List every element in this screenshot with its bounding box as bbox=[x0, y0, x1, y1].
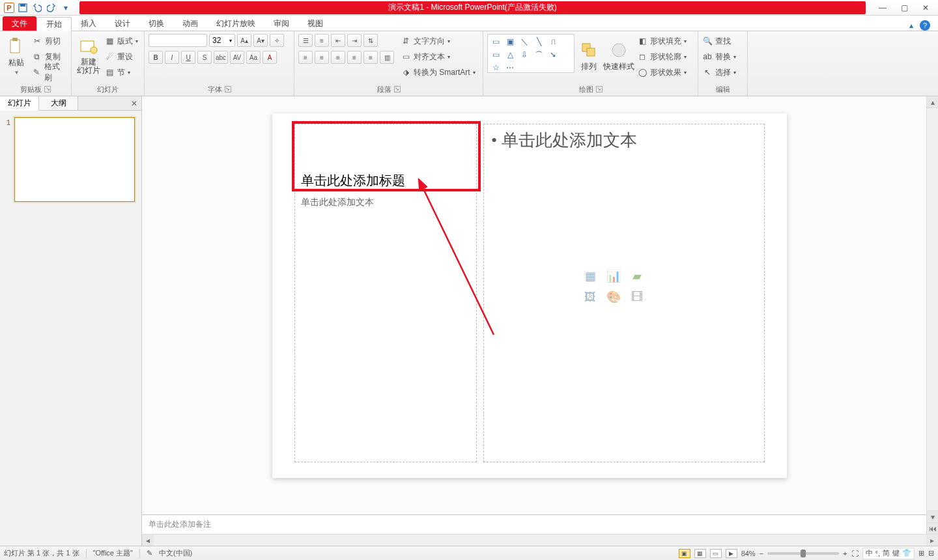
undo-icon[interactable] bbox=[31, 2, 43, 14]
tab-transitions[interactable]: 切换 bbox=[139, 16, 173, 31]
bullets-button[interactable]: ☰ bbox=[298, 34, 313, 47]
distribute-button[interactable]: ≡ bbox=[363, 51, 378, 64]
help-icon[interactable]: ? bbox=[920, 20, 930, 31]
content-placeholder-text[interactable]: • 单击此处添加文本 bbox=[491, 129, 637, 152]
qat-customize-icon[interactable]: ▾ bbox=[60, 2, 72, 14]
zoom-level[interactable]: 84% bbox=[741, 550, 756, 557]
dec-indent-button[interactable]: ⇤ bbox=[331, 34, 345, 47]
reading-view-button[interactable]: ▭ bbox=[710, 549, 722, 558]
align-center-button[interactable]: ≡ bbox=[315, 51, 329, 64]
ime-expand-button[interactable]: ⊞ bbox=[918, 549, 924, 557]
sorter-view-button[interactable]: ▦ bbox=[694, 549, 706, 558]
fit-window-button[interactable]: ⛶ bbox=[851, 550, 859, 557]
file-tab[interactable]: 文件 bbox=[3, 16, 36, 31]
bold-button[interactable]: B bbox=[149, 51, 163, 64]
title-placeholder-text[interactable]: 单击此处添加标题 bbox=[301, 172, 405, 189]
justify-button[interactable]: ≡ bbox=[347, 51, 362, 64]
app-icon: P bbox=[4, 3, 14, 13]
tab-animations[interactable]: 动画 bbox=[173, 16, 207, 31]
section-button[interactable]: ▤节▾ bbox=[104, 65, 138, 79]
redo-icon[interactable] bbox=[46, 2, 57, 14]
underline-button[interactable]: U bbox=[181, 51, 195, 64]
slide-canvas[interactable]: 单击此处添加标题 单击此处添加文本 • 单击此处添加文本 ▦ 📊 ▰ 🖼 🎨 🎞 bbox=[272, 113, 787, 478]
font-launcher[interactable]: ↘ bbox=[225, 86, 231, 92]
shape-fill-button[interactable]: ◧形状填充▾ bbox=[637, 34, 687, 48]
tab-review[interactable]: 审阅 bbox=[264, 16, 298, 31]
insert-table-icon[interactable]: ▦ bbox=[581, 268, 599, 284]
font-family-combo[interactable] bbox=[149, 34, 207, 47]
scroll-left-button[interactable]: ◂ bbox=[142, 535, 154, 546]
format-painter-button[interactable]: ✎格式刷 bbox=[32, 65, 67, 79]
zoom-out-button[interactable]: − bbox=[760, 550, 763, 557]
save-icon[interactable] bbox=[17, 2, 29, 14]
replace-button[interactable]: ab替换▾ bbox=[702, 49, 736, 64]
shape-effects-button[interactable]: ◯形状效果▾ bbox=[637, 65, 687, 79]
columns-button[interactable]: ▥ bbox=[380, 51, 394, 64]
paste-button[interactable]: 粘贴 ▼ bbox=[4, 34, 29, 78]
grow-font-button[interactable]: A▴ bbox=[237, 34, 251, 47]
font-size-combo[interactable]: 32▾ bbox=[209, 34, 235, 47]
minimize-ribbon-icon[interactable]: ▴ bbox=[909, 21, 913, 30]
inc-indent-button[interactable]: ⇥ bbox=[347, 34, 362, 47]
slide-thumbnail-1[interactable]: 1 bbox=[7, 117, 135, 202]
find-button[interactable]: 🔍查找 bbox=[702, 34, 736, 48]
outline-tab[interactable]: 大纲 bbox=[39, 96, 78, 110]
reset-button[interactable]: ☄重设 bbox=[104, 49, 138, 64]
notes-pane[interactable]: 单击此处添加备注 bbox=[142, 514, 926, 534]
ime-indicator[interactable]: 中 °, 简 键 👕 bbox=[862, 548, 915, 559]
slides-tab[interactable]: 幻灯片 bbox=[0, 96, 39, 111]
clipboard-launcher[interactable]: ↘ bbox=[44, 86, 51, 92]
scroll-up-button[interactable]: ▴ bbox=[927, 96, 938, 108]
text-direction-button[interactable]: ⇵文字方向▾ bbox=[401, 34, 476, 48]
subtitle-placeholder-text[interactable]: 单击此处添加文本 bbox=[301, 197, 374, 208]
maximize-button[interactable]: ▢ bbox=[901, 3, 908, 12]
insert-media-icon[interactable]: 🎞 bbox=[628, 289, 646, 305]
line-spacing-button[interactable]: ⇅ bbox=[363, 34, 378, 47]
change-case-button[interactable]: Aa bbox=[246, 51, 261, 64]
language-indicator[interactable]: 中文(中国) bbox=[159, 548, 192, 558]
tab-home[interactable]: 开始 bbox=[36, 17, 72, 31]
new-slide-button[interactable]: 新建 幻灯片 bbox=[76, 34, 102, 78]
insert-clipart-icon[interactable]: 🎨 bbox=[604, 289, 623, 305]
tab-slideshow[interactable]: 幻灯片放映 bbox=[207, 16, 264, 31]
pane-close-button[interactable]: ✕ bbox=[127, 96, 141, 110]
char-spacing-button[interactable]: AV bbox=[230, 51, 244, 64]
ime-pin-button[interactable]: ⊟ bbox=[928, 549, 934, 557]
drawing-launcher[interactable]: ↘ bbox=[596, 86, 603, 92]
quick-styles-button[interactable]: 快速样式 bbox=[603, 34, 634, 78]
strike-button[interactable]: abc bbox=[214, 51, 228, 64]
vertical-scrollbar[interactable]: ▴ ▾ ⏮ ⏭ bbox=[926, 96, 938, 546]
zoom-in-button[interactable]: + bbox=[843, 550, 847, 557]
align-left-button[interactable]: ≡ bbox=[298, 51, 313, 64]
arrange-button[interactable]: 排列 bbox=[577, 34, 601, 78]
minimize-button[interactable]: — bbox=[879, 3, 887, 12]
numbering-button[interactable]: ≡ bbox=[315, 34, 329, 47]
tab-insert[interactable]: 插入 bbox=[72, 16, 106, 31]
cut-button[interactable]: ✂剪切 bbox=[32, 34, 67, 48]
font-color-button[interactable]: A bbox=[263, 51, 277, 64]
zoom-slider[interactable] bbox=[767, 552, 839, 555]
spellcheck-icon[interactable]: ✎ bbox=[147, 549, 152, 557]
tab-design[interactable]: 设计 bbox=[106, 16, 139, 31]
tab-view[interactable]: 视图 bbox=[298, 16, 332, 31]
horizontal-scrollbar[interactable]: ◂ ▸ bbox=[142, 534, 938, 546]
shape-outline-button[interactable]: ◻形状轮廓▾ bbox=[637, 49, 687, 64]
paragraph-launcher[interactable]: ↘ bbox=[394, 86, 401, 92]
align-text-button[interactable]: ▭对齐文本▾ bbox=[401, 49, 476, 64]
clear-format-button[interactable]: ✧ bbox=[270, 34, 284, 47]
insert-smartart-icon[interactable]: ▰ bbox=[628, 268, 646, 284]
select-button[interactable]: ↖选择▾ bbox=[702, 65, 736, 79]
shadow-button[interactable]: S bbox=[197, 51, 212, 64]
insert-picture-icon[interactable]: 🖼 bbox=[581, 289, 599, 305]
align-right-button[interactable]: ≡ bbox=[331, 51, 345, 64]
layout-button[interactable]: ▦版式▾ bbox=[104, 34, 138, 48]
shapes-gallery[interactable]: ▭▣＼╲⎍▭ △⇩⏜➘☆⋯ bbox=[487, 34, 575, 73]
insert-chart-icon[interactable]: 📊 bbox=[604, 268, 623, 284]
scroll-right-button[interactable]: ▸ bbox=[926, 535, 938, 546]
normal-view-button[interactable]: ▣ bbox=[679, 549, 690, 558]
italic-button[interactable]: I bbox=[165, 51, 179, 64]
close-button[interactable]: ✕ bbox=[922, 3, 929, 12]
slideshow-view-button[interactable]: ▶ bbox=[726, 549, 737, 558]
smartart-button[interactable]: ⬗转换为 SmartArt▾ bbox=[401, 65, 476, 79]
shrink-font-button[interactable]: A▾ bbox=[253, 34, 268, 47]
